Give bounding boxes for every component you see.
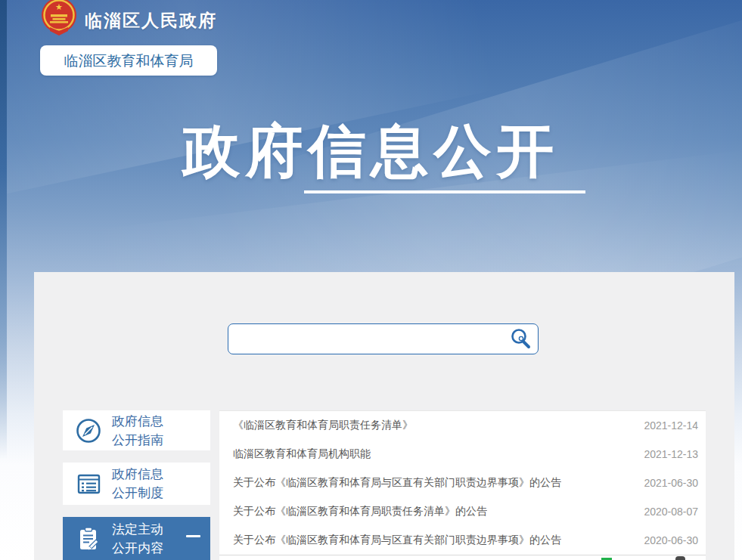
sidebar-item-label: 政府信息 公开指南 — [112, 412, 163, 450]
cutoff-dark-icon — [675, 556, 685, 560]
document-list-icon — [74, 469, 103, 498]
list-item-title[interactable]: 《临淄区教育和体育局职责任务清单》 — [233, 419, 413, 432]
sidebar-item-label-line2: 公开制度 — [112, 484, 163, 503]
page: ★ 临淄区人民政府 临淄区教育和体育局 政府信息公开 政府信息 公开指南 — [0, 0, 742, 560]
list-item-date: 2020-06-30 — [644, 534, 698, 546]
list-item[interactable]: 关于公布《临淄区教育和体育局职责任务清单》的公告 2020-08-07 — [219, 497, 706, 526]
sidebar-item-label: 法定主动 公开内容 — [112, 520, 163, 558]
search-magnifier-icon — [509, 327, 532, 350]
sidebar-item-label-line1: 法定主动 — [112, 520, 163, 539]
sidebar-item-gov-info-system[interactable]: 政府信息 公开制度 — [63, 463, 210, 505]
minus-icon[interactable] — [186, 535, 200, 537]
list-item-title[interactable]: 关于公布《临淄区教育和体育局职责任务清单》的公告 — [233, 505, 487, 518]
compass-icon — [74, 416, 103, 445]
site-title[interactable]: 临淄区人民政府 — [85, 9, 217, 32]
list-item-title[interactable]: 关于公布《临淄区教育和体育局与区直有关部门职责边界事项》的公告 — [233, 534, 561, 547]
national-emblem-icon[interactable]: ★ — [39, 0, 79, 39]
sidebar-item-label: 政府信息 公开制度 — [112, 465, 163, 503]
list-item[interactable]: 关于公布《临淄区教育和体育局与区直有关部门职责边界事项》的公告 2020-06-… — [219, 526, 706, 555]
left-edge-strip — [0, 0, 7, 484]
sidebar-item-label-line2: 公开指南 — [112, 431, 163, 450]
sidebar-item-label-line2: 公开内容 — [112, 539, 163, 558]
list-item-date: 2021-06-30 — [644, 477, 698, 489]
banner-title: 政府信息公开 — [0, 113, 742, 191]
sidebar-item-gov-info-guide[interactable]: 政府信息 公开指南 — [63, 410, 210, 450]
list-item[interactable]: 临淄区教育和体育局机构职能 2021-12-13 — [219, 440, 706, 469]
search-button[interactable] — [508, 327, 533, 351]
list-item[interactable]: 关于公布《临淄区教育和体育局与区直有关部门职责边界事项》的公告 2021-06-… — [219, 469, 706, 497]
list-item-title[interactable]: 关于公布《临淄区教育和体育局与区直有关部门职责边界事项》的公告 — [233, 476, 561, 490]
svg-text:★: ★ — [55, 2, 63, 11]
dept-name-button[interactable]: 临淄区教育和体育局 — [40, 45, 217, 76]
list-item-date: 2021-12-13 — [644, 448, 698, 460]
list-item-title[interactable]: 临淄区教育和体育局机构职能 — [233, 447, 371, 461]
sidebar-item-label-line1: 政府信息 — [112, 412, 163, 431]
list-item[interactable]: 《临淄区教育和体育局职责任务清单》 2021-12-14 — [219, 411, 706, 440]
search-input[interactable] — [236, 327, 504, 352]
banner-title-underline — [304, 190, 585, 193]
list-item-date: 2020-08-07 — [644, 506, 698, 518]
clipboard-pencil-icon — [74, 524, 103, 553]
sidebar-item-statutory-disclosure[interactable]: 法定主动 公开内容 — [63, 517, 210, 560]
news-list: 《临淄区教育和体育局职责任务清单》 2021-12-14 临淄区教育和体育局机构… — [219, 410, 706, 560]
search-bar — [228, 323, 539, 354]
list-bottom-divider — [219, 555, 706, 555]
list-item-date: 2021-12-14 — [644, 419, 698, 432]
sidebar-item-label-line1: 政府信息 — [112, 465, 163, 484]
